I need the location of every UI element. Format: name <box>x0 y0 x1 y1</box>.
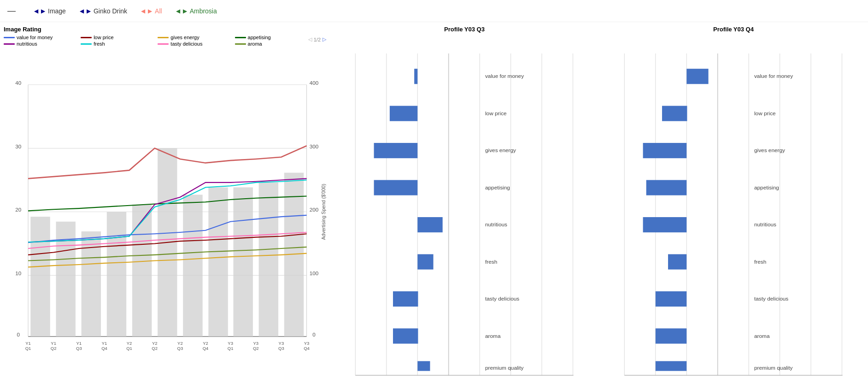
legend-line-nutritious <box>4 43 15 45</box>
legend-aroma: aroma <box>235 41 308 47</box>
legend-line-appetising <box>235 37 246 38</box>
legend-label-appetising: appetising <box>248 35 271 40</box>
svg-text:Q3: Q3 <box>177 346 183 351</box>
svg-text:0: 0 <box>312 331 316 337</box>
nav-ambrosia-right[interactable]: ▶ <box>183 8 187 14</box>
svg-text:Advertising Spend ($'000): Advertising Spend ($'000) <box>321 184 326 240</box>
svg-text:Y2: Y2 <box>203 341 208 346</box>
nav-ginko: ◀ ▶ Ginko Drink <box>80 7 127 15</box>
svg-text:low price: low price <box>754 110 776 117</box>
svg-text:gives energy: gives energy <box>485 147 516 154</box>
svg-rect-79 <box>374 180 418 195</box>
svg-text:Y2: Y2 <box>152 341 158 346</box>
svg-text:Q2: Q2 <box>51 346 57 351</box>
right-panel: Profile Y03 Q3 <box>334 26 864 374</box>
nav-ginko-left[interactable]: ◀ <box>80 8 84 14</box>
legend-label-nutritious: nutritious <box>17 41 37 47</box>
svg-rect-76 <box>414 69 417 84</box>
bar-chart-q3-container: -10 -5 0 5 10 value for money low price … <box>334 36 595 378</box>
svg-rect-109 <box>662 106 687 121</box>
svg-rect-111 <box>646 180 687 195</box>
nav-ambrosia-label: Ambrosia <box>190 7 217 15</box>
svg-text:tasty delicious: tasty delicious <box>485 295 519 302</box>
legend-label-fresh: fresh <box>94 41 105 47</box>
svg-text:100: 100 <box>310 270 319 276</box>
bar-chart-q4-section: Profile Y03 Q4 -10 -5 0 5 <box>603 26 864 374</box>
svg-text:nutritious: nutritious <box>485 221 507 228</box>
svg-rect-77 <box>390 106 417 121</box>
svg-rect-115 <box>656 328 686 343</box>
svg-rect-108 <box>686 69 708 84</box>
svg-text:10: 10 <box>15 270 21 276</box>
legend-label-value-for-money: value for money <box>17 35 53 40</box>
svg-text:low price: low price <box>485 110 507 117</box>
svg-text:value for money: value for money <box>754 73 793 79</box>
legend-label-aroma: aroma <box>248 41 262 47</box>
svg-text:Y1: Y1 <box>51 341 56 346</box>
line-chart-container: 40 30 20 10 0 400 300 200 100 0 Advertis… <box>4 49 326 374</box>
nav-image-right[interactable]: ▶ <box>41 8 45 14</box>
left-panel: Image Rating value for money low price g… <box>4 26 326 374</box>
legend-tasty-delicious: tasty delicious <box>158 41 231 47</box>
svg-text:Q4: Q4 <box>101 346 107 351</box>
legend-nutritious: nutritious <box>4 41 77 47</box>
svg-text:40: 40 <box>15 80 21 86</box>
nav-all-left[interactable]: ◀ <box>141 8 145 14</box>
page-prev[interactable]: ◁ <box>308 36 312 42</box>
svg-text:premium quality: premium quality <box>485 365 524 371</box>
svg-rect-82 <box>393 291 418 307</box>
minus-button[interactable]: — <box>7 6 16 16</box>
nav-ginko-label: Ginko Drink <box>94 7 127 15</box>
svg-text:300: 300 <box>310 143 319 149</box>
svg-rect-49 <box>208 187 228 336</box>
svg-text:Y2: Y2 <box>127 341 132 346</box>
svg-text:Q3: Q3 <box>278 346 284 351</box>
svg-text:appetising: appetising <box>485 184 510 191</box>
svg-rect-114 <box>656 291 686 307</box>
line-chart-svg: 40 30 20 10 0 400 300 200 100 0 Advertis… <box>4 49 326 374</box>
svg-text:gives energy: gives energy <box>754 147 785 154</box>
top-bar: — ◀ ▶ Image ◀ ▶ Ginko Drink ◀ ▶ All ◀ ▶ … <box>0 0 868 22</box>
svg-rect-116 <box>656 361 686 371</box>
legend-appetising: appetising <box>235 35 308 40</box>
legend-line-tasty-delicious <box>158 43 169 45</box>
nav-ambrosia: ◀ ▶ Ambrosia <box>176 7 217 15</box>
bar-chart-q3-section: Profile Y03 Q3 <box>334 26 595 374</box>
legend-label-tasty-delicious: tasty delicious <box>170 41 202 47</box>
bar-chart-q4-container: -10 -5 0 5 10 value for money low price … <box>603 36 864 378</box>
bar-chart-q4-svg: -10 -5 0 5 10 value for money low price … <box>603 36 864 378</box>
svg-text:Y1: Y1 <box>76 341 82 346</box>
svg-text:aroma: aroma <box>485 333 501 339</box>
svg-rect-78 <box>374 143 418 158</box>
svg-rect-42 <box>30 217 50 337</box>
svg-text:Y3: Y3 <box>279 341 284 346</box>
bar-chart-q4-title: Profile Y03 Q4 <box>603 26 864 33</box>
svg-text:Y1: Y1 <box>102 341 107 346</box>
legend-area: value for money low price gives energy a… <box>4 35 308 47</box>
svg-text:Y3: Y3 <box>304 341 310 346</box>
nav-image-left[interactable]: ◀ <box>34 8 38 14</box>
svg-text:20: 20 <box>15 207 21 213</box>
legend-label-low-price: low price <box>94 35 113 40</box>
legend-line-gives-energy <box>158 37 169 38</box>
svg-rect-45 <box>107 212 126 337</box>
svg-text:Q2: Q2 <box>253 346 259 351</box>
svg-text:Q3: Q3 <box>76 346 82 351</box>
legend-value-for-money: value for money <box>4 35 77 40</box>
svg-rect-48 <box>183 195 202 337</box>
svg-text:Q4: Q4 <box>304 346 310 351</box>
bar-chart-q3-title: Profile Y03 Q3 <box>334 26 595 33</box>
legend-line-value-for-money <box>4 37 15 38</box>
svg-text:200: 200 <box>310 207 319 213</box>
nav-all: ◀ ▶ All <box>141 7 162 15</box>
nav-ginko-right[interactable]: ▶ <box>87 8 91 14</box>
main-content: Image Rating value for money low price g… <box>0 22 868 378</box>
svg-rect-46 <box>132 205 152 337</box>
svg-rect-83 <box>393 328 418 343</box>
nav-all-right[interactable]: ▶ <box>148 8 152 14</box>
nav-image: ◀ ▶ Image <box>34 7 66 15</box>
bar-chart-q3-svg: -10 -5 0 5 10 value for money low price … <box>334 36 595 378</box>
nav-ambrosia-left[interactable]: ◀ <box>176 8 180 14</box>
svg-rect-110 <box>643 143 687 158</box>
page-next[interactable]: ▷ <box>323 36 326 42</box>
